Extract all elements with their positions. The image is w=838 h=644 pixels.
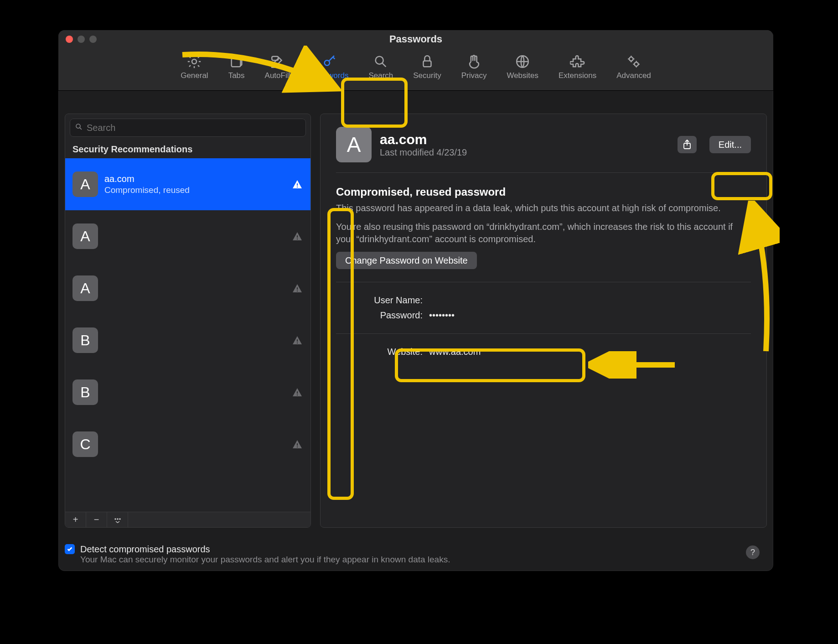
tab-label: Search: [368, 71, 393, 80]
section-header: Security Recommendations: [65, 141, 310, 158]
svg-rect-10: [297, 183, 298, 186]
detect-compromised-checkbox[interactable]: [65, 544, 75, 554]
svg-rect-15: [297, 291, 298, 291]
password-value: ••••••••: [429, 310, 751, 321]
tab-search[interactable]: Search: [365, 51, 397, 83]
preferences-window: Passwords General Tabs AutoFill Password…: [58, 30, 773, 571]
username-label: User Name:: [336, 295, 423, 306]
svg-point-0: [192, 59, 197, 64]
svg-point-7: [629, 57, 633, 61]
key-icon: [322, 54, 337, 69]
row-avatar: A: [72, 171, 98, 197]
list-item[interactable]: A aa.com Compromised, reused: [65, 158, 310, 210]
autofill-icon: [270, 54, 285, 69]
svg-rect-19: [297, 395, 298, 395]
warning-icon: [291, 230, 303, 242]
tab-extensions[interactable]: Extensions: [555, 51, 600, 83]
lock-icon: [419, 54, 435, 69]
svg-point-9: [76, 124, 80, 128]
list-item[interactable]: A: [65, 262, 310, 314]
tab-label: Passwords: [310, 71, 348, 80]
username-value: [429, 295, 751, 306]
svg-point-3: [324, 60, 329, 65]
share-button[interactable]: [678, 136, 697, 153]
website-value[interactable]: www.aa.com: [429, 347, 751, 357]
search-field[interactable]: [70, 119, 306, 137]
traffic-lights: [66, 36, 97, 43]
row-avatar: B: [72, 379, 98, 405]
website-label: Website:: [336, 347, 423, 357]
svg-point-22: [115, 519, 116, 519]
change-password-button[interactable]: Change Password on Website: [336, 252, 477, 269]
tab-general[interactable]: General: [177, 51, 212, 83]
checkbox-sublabel: Your Mac can securely monitor your passw…: [80, 555, 450, 565]
content-area: Security Recommendations A aa.com Compro…: [58, 91, 773, 534]
tab-advanced[interactable]: Advanced: [613, 51, 655, 83]
row-domain: aa.com: [104, 174, 285, 184]
warning-icon: [291, 282, 303, 294]
close-window-button[interactable]: [66, 36, 73, 43]
tab-label: Privacy: [461, 71, 487, 80]
puzzle-icon: [570, 54, 585, 69]
svg-rect-1: [231, 58, 240, 67]
titlebar: Passwords: [58, 30, 773, 48]
edit-button[interactable]: Edit...: [709, 136, 751, 153]
footer: Detect compromised passwords Your Mac ca…: [58, 534, 773, 571]
list-item[interactable]: A: [65, 210, 310, 262]
svg-rect-5: [423, 61, 431, 67]
tab-autofill[interactable]: AutoFill: [261, 51, 295, 83]
gear-icon: [186, 54, 202, 69]
passwords-sidebar: Security Recommendations A aa.com Compro…: [65, 114, 311, 528]
list-item[interactable]: B: [65, 314, 310, 366]
tab-privacy[interactable]: Privacy: [458, 51, 491, 83]
hand-icon: [466, 54, 482, 69]
warning-paragraph-2: You're also reusing this password on “dr…: [336, 221, 751, 245]
row-avatar: C: [72, 431, 98, 457]
svg-rect-2: [272, 57, 278, 61]
list-toolbar: + −: [65, 512, 310, 527]
warning-section: Compromised, reused password This passwo…: [336, 173, 751, 282]
password-label: Password:: [336, 310, 423, 321]
svg-rect-18: [297, 391, 298, 394]
remove-button[interactable]: −: [86, 512, 107, 527]
row-avatar: A: [72, 223, 98, 249]
tab-label: General: [181, 71, 208, 80]
svg-point-24: [119, 519, 120, 519]
tab-label: Advanced: [616, 71, 651, 80]
detail-header: A aa.com Last modified 4/23/19 Edit...: [336, 127, 751, 173]
list-item[interactable]: B: [65, 366, 310, 418]
tab-tabs[interactable]: Tabs: [225, 51, 248, 83]
svg-rect-14: [297, 287, 298, 290]
tab-label: Extensions: [559, 71, 596, 80]
tab-passwords[interactable]: Passwords: [307, 51, 352, 83]
svg-rect-21: [297, 447, 298, 447]
tab-websites[interactable]: Websites: [503, 51, 542, 83]
row-avatar: B: [72, 327, 98, 353]
more-button[interactable]: [107, 512, 128, 527]
passwords-list[interactable]: A aa.com Compromised, reused A A B: [65, 158, 310, 512]
last-modified: Last modified 4/23/19: [380, 147, 467, 158]
site-avatar: A: [336, 127, 372, 162]
tab-label: AutoFill: [265, 71, 291, 80]
svg-point-23: [117, 519, 118, 519]
tab-label: Websites: [507, 71, 538, 80]
site-title: aa.com: [380, 132, 467, 147]
minimize-window-button[interactable]: [78, 36, 85, 43]
tab-security[interactable]: Security: [409, 51, 445, 83]
zoom-window-button[interactable]: [89, 36, 97, 43]
help-button[interactable]: ?: [746, 545, 760, 559]
svg-rect-11: [297, 187, 298, 187]
warning-icon: [291, 178, 303, 190]
svg-point-8: [634, 62, 638, 66]
search-input[interactable]: [87, 123, 301, 133]
add-button[interactable]: +: [65, 512, 86, 527]
search-icon: [373, 54, 388, 69]
row-avatar: A: [72, 275, 98, 301]
warning-paragraph-1: This password has appeared in a data lea…: [336, 202, 751, 214]
warning-icon: [291, 386, 303, 398]
tabs-icon: [229, 54, 244, 69]
window-title: Passwords: [58, 33, 773, 45]
svg-rect-13: [297, 239, 298, 239]
list-item[interactable]: C: [65, 418, 310, 470]
svg-rect-17: [297, 343, 298, 343]
